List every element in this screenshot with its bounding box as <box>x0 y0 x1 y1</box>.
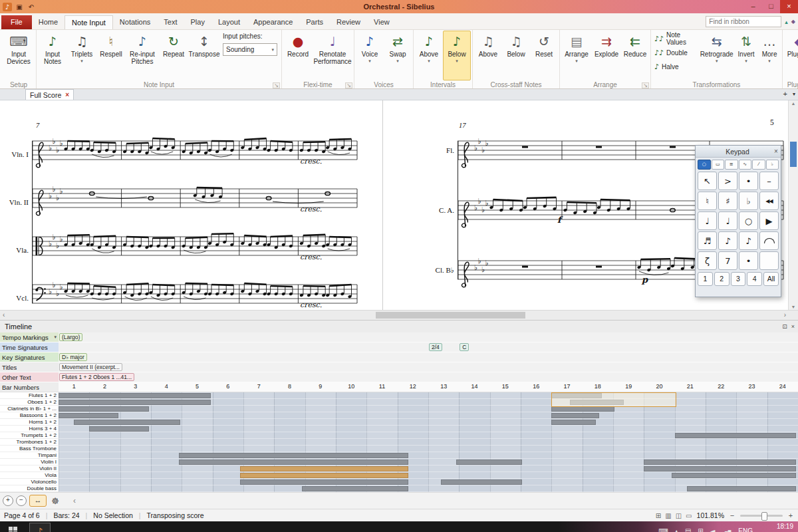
timeline-segment[interactable] <box>74 420 180 425</box>
instrument-track-trombones-1-2[interactable] <box>59 439 798 446</box>
keypad-eighth-note-button[interactable]: ♪ <box>718 231 737 250</box>
horizontal-scroll-thumb[interactable] <box>376 312 525 319</box>
instrument-track-clarinets-in-b-1[interactable] <box>59 406 798 412</box>
timeline-segment[interactable] <box>675 433 797 438</box>
keypad-voice-all-button[interactable]: All <box>763 272 779 286</box>
keypad-staccato-button[interactable]: • <box>739 172 758 190</box>
keypad-sharp-button[interactable]: ♯ <box>718 192 737 210</box>
ribbon-button-explode[interactable]: ⇉Explode <box>592 31 621 80</box>
keypad-layout-more-notes[interactable]: ▭ <box>712 160 725 170</box>
zoom-slider-thumb[interactable] <box>761 512 767 521</box>
ribbon-button-input-notes[interactable]: ♪Input Notes <box>38 31 67 80</box>
timeline-segment[interactable] <box>687 486 796 491</box>
timeline-segment[interactable] <box>59 400 211 405</box>
instrument-track-violin-ii[interactable] <box>59 466 798 472</box>
ribbon-button-double[interactable]: ♪♪Double <box>652 47 698 59</box>
ribbon-button-input-devices[interactable]: ⌨Input Devices <box>3 31 35 80</box>
timeline-row-label-tempo-markings[interactable]: Tempo Markings▾ <box>0 332 59 342</box>
timeline-chip[interactable]: 2/4 <box>429 343 442 351</box>
instrument-track-bassoons-1-2[interactable] <box>59 412 798 419</box>
keypad-natural-button[interactable]: ♮ <box>698 192 717 210</box>
timeline-dock-button[interactable]: ⊡ <box>782 323 787 330</box>
tab-review[interactable]: Review <box>330 15 367 29</box>
timeline-segment[interactable] <box>240 466 408 471</box>
score-vertical-scrollbar[interactable]: ▲ ▼ <box>788 100 798 310</box>
ribbon-button-triplets[interactable]: ♫Triplets▾ <box>67 31 96 80</box>
keypad-next-button[interactable]: ▶ <box>759 211 779 230</box>
keypad-blank-button[interactable] <box>759 251 779 270</box>
keypad-half-note-button[interactable]: ♩ <box>718 211 737 230</box>
timeline-zoom-in-button[interactable]: + <box>3 495 13 506</box>
keypad-flat-button[interactable]: ♭ <box>739 192 758 210</box>
zoom-in-button[interactable]: + <box>787 511 794 519</box>
scroll-right-icon[interactable]: › <box>784 311 786 319</box>
input-pitches-select[interactable]: Sounding▾ <box>223 43 277 56</box>
close-button[interactable]: × <box>780 0 798 13</box>
ribbon-button-reset[interactable]: ↺Reset <box>530 31 558 80</box>
timeline-segment[interactable] <box>456 460 522 465</box>
keypad-rhythm-dot-button[interactable]: • <box>739 251 758 270</box>
language-indicator[interactable]: ENG <box>738 527 753 532</box>
network-icon[interactable]: ▂▄▆ <box>722 529 731 532</box>
keypad-eighth-rest-button[interactable]: 7 <box>718 251 737 270</box>
timeline-chip[interactable]: D♭ major <box>59 353 87 361</box>
ribbon-button-below[interactable]: ♪Below▾ <box>443 31 471 80</box>
ribbon-button-halve[interactable]: ♪Halve <box>652 61 698 72</box>
ribbon-button-note-values[interactable]: ♪♪Note Values <box>652 33 698 45</box>
timeline-row-label-key-signatures[interactable]: Key Signatures <box>0 352 59 362</box>
keypad-sixteenth-note-button[interactable]: ♬ <box>698 231 717 250</box>
timeline-segment[interactable] <box>672 473 796 478</box>
keypad-pointer-button[interactable]: ↖ <box>698 172 717 190</box>
document-tab-full-score[interactable]: Full Score× <box>25 89 74 100</box>
timeline-segment[interactable] <box>240 473 408 478</box>
keypad-layout-articulations[interactable]: ∿ <box>739 160 752 170</box>
tab-parts[interactable]: Parts <box>299 15 330 29</box>
panorama-view-icon[interactable]: ▥ <box>665 512 671 519</box>
timeline-settings-button[interactable]: ☸ <box>49 496 61 506</box>
instrument-track-bass-trombone[interactable] <box>59 446 798 452</box>
scroll-down-icon[interactable]: ▼ <box>789 305 798 309</box>
single-page-icon[interactable]: ◫ <box>676 512 682 519</box>
ribbon-button-transpose[interactable]: ↕Transpose <box>188 31 220 80</box>
instrument-track-oboes-1-2[interactable] <box>59 399 798 406</box>
close-tab-icon[interactable]: × <box>65 91 69 98</box>
dialog-launcher-icon[interactable]: ↘ <box>345 82 352 88</box>
timeline-segment[interactable] <box>302 486 408 491</box>
ribbon-button-plug-ins[interactable]: ◆Plug-ins▾ <box>784 31 798 80</box>
dropdown-arrow-icon[interactable]: ▾ <box>54 334 57 340</box>
score-horizontal-scrollbar[interactable]: ‹ › <box>0 310 798 320</box>
scroll-up-icon[interactable]: ▲ <box>789 101 798 106</box>
timeline-row-label-titles[interactable]: Titles <box>0 362 59 372</box>
tab-home[interactable]: Home <box>32 15 65 29</box>
keypad-whole-note-button[interactable]: ○ <box>739 211 758 230</box>
keypad-panel[interactable]: Keypad × ○▭≡∿⁄♭ ↖>•–♮♯♭◀◀♩♩○▶♬♪♪ζ7• 1234… <box>695 145 781 297</box>
timeline-segment[interactable] <box>551 406 614 412</box>
timeline-chip[interactable]: C <box>460 343 469 351</box>
ribbon-button-record[interactable]: ●Record <box>283 31 313 80</box>
tab-appearance[interactable]: Appearance <box>247 15 299 29</box>
volume-icon[interactable]: ◄ <box>710 527 716 532</box>
timeline-segment[interactable] <box>551 413 599 418</box>
ribbon-button-above[interactable]: ♫Above <box>474 31 502 80</box>
timeline-segment[interactable] <box>179 453 408 458</box>
find-in-ribbon-input[interactable] <box>706 16 781 27</box>
timeline-segment[interactable] <box>59 406 149 412</box>
dialog-launcher-icon[interactable]: ↘ <box>273 82 280 88</box>
ribbon-button-below[interactable]: ♫Below <box>502 31 530 80</box>
ribbon-button-arrange[interactable]: ▤Arrange▾ <box>561 31 592 80</box>
ribbon-button-above[interactable]: ♪Above▾ <box>415 31 443 80</box>
keypad-quarter-rest-button[interactable]: ζ <box>698 251 717 270</box>
app-icon[interactable]: ♪ <box>3 3 12 11</box>
store-icon[interactable]: ⊞ <box>698 527 703 532</box>
spread-view-icon[interactable]: ▭ <box>686 512 692 519</box>
tab-play[interactable]: Play <box>184 15 211 29</box>
timeline-row-label-other-text[interactable]: Other Text <box>0 372 59 382</box>
ribbon-button-repeat[interactable]: ↻Repeat <box>159 31 188 80</box>
ribbon-button-more[interactable]: …More▾ <box>758 31 780 80</box>
maximize-button[interactable]: □ <box>762 0 780 13</box>
collapse-ribbon-icon[interactable]: ▴ <box>785 19 788 25</box>
ribbon-button-invert[interactable]: ⇅Invert▾ <box>734 31 759 80</box>
keypad-accent-button[interactable]: > <box>718 172 737 190</box>
timeline-chip[interactable]: Flutes 1 + 2 Oboes 1 ...41... <box>59 373 134 381</box>
score-area[interactable]: Vln. I♭♭♭♭cresc.Vln. II♭♭♭♭cresc.Vla.♭♭♭… <box>0 100 798 310</box>
